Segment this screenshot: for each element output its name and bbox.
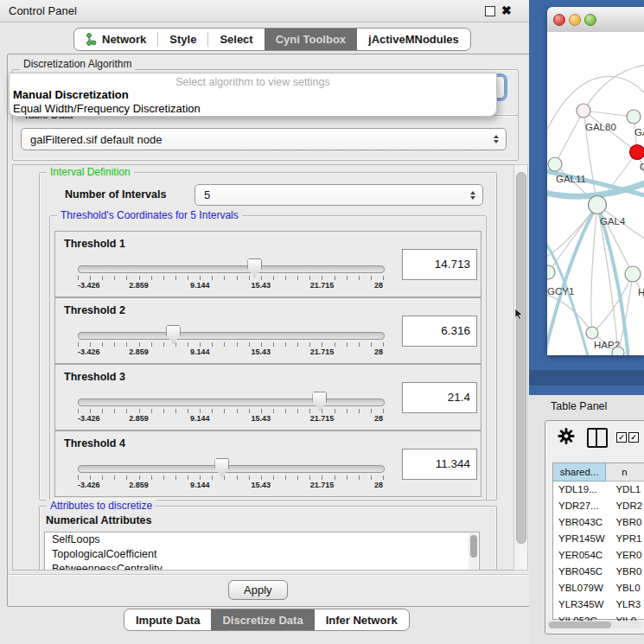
tab-network-label: Network — [102, 33, 146, 46]
network-node[interactable] — [548, 157, 562, 171]
table-row[interactable]: YPR145WYPR1 — [553, 531, 644, 547]
popup-option-equal-width[interactable]: Equal Width/Frequency Discretization — [13, 102, 201, 115]
slider-thumb[interactable] — [214, 458, 229, 477]
threshold-value-field[interactable]: 11.344 — [402, 449, 477, 480]
table-row[interactable]: YLR345WYLR3 — [553, 596, 644, 613]
column-header-shared-name[interactable]: shared... — [553, 463, 606, 481]
table-data-value: galFiltered.sif default node — [30, 133, 162, 146]
threshold-panel: Threshold 2-3.4262.8599.14415.4321.71528… — [54, 297, 481, 364]
network-node[interactable] — [577, 104, 590, 118]
float-window-icon[interactable] — [485, 6, 495, 16]
tab-network[interactable]: Network — [74, 29, 157, 50]
list-item[interactable]: TopologicalCoefficient — [45, 547, 479, 562]
network-node[interactable] — [589, 196, 607, 214]
slider-thumb[interactable] — [312, 392, 327, 411]
slider-track[interactable] — [78, 465, 385, 473]
table-row[interactable]: YDL19...YDL1 — [553, 481, 644, 498]
minimize-traffic-light[interactable] — [569, 14, 581, 26]
table-cell: YBL079W — [553, 580, 612, 596]
table-cell: YLR345W — [553, 596, 612, 613]
panel-title: Control Panel — [9, 4, 77, 17]
table-panel-title: Table Panel — [551, 400, 607, 412]
apply-separator — [8, 574, 528, 576]
tick-label: 15.43 — [252, 414, 271, 423]
popup-option-manual-discretization[interactable]: Manual Discretization — [13, 88, 129, 101]
checkbox-icon[interactable]: ✓ — [616, 432, 627, 443]
network-canvas[interactable]: GAL80GALCGAL11GAL4GCY1HHAP2 — [547, 32, 644, 355]
tick-label: 28 — [374, 348, 383, 356]
tab-select[interactable]: Select — [208, 29, 264, 50]
tick-label: 15.43 — [252, 348, 271, 356]
network-node[interactable] — [547, 265, 555, 279]
network-window[interactable]: GAL80GALCGAL11GAL4GCY1HHAP2 — [547, 7, 644, 355]
tab-impute-data[interactable]: Impute Data — [124, 609, 211, 630]
control-panel-tabbar: Network Style Select Cyni Toolbox jActiv… — [73, 28, 471, 51]
attributes-group-title: Attributes to discretize — [47, 500, 156, 512]
algorithm-dropdown-popup: Select algorithm to view settings Manual… — [9, 73, 497, 117]
network-node[interactable] — [627, 110, 641, 124]
scrollbar-thumb[interactable] — [549, 622, 611, 628]
tab-style[interactable]: Style — [158, 29, 207, 50]
tick-label: 9.144 — [190, 481, 210, 489]
scrollbar-thumb[interactable] — [516, 172, 526, 544]
tab-cyni-toolbox[interactable]: Cyni Toolbox — [265, 29, 357, 50]
node-table: shared... n YDL19...YDL1YDR27...YDR2YBR0… — [552, 462, 644, 620]
mouse-cursor — [514, 308, 524, 321]
popup-hint: Select algorithm to view settings — [10, 76, 496, 88]
list-item[interactable]: BetweennessCentrality — [45, 562, 479, 571]
checkbox-icon[interactable]: ✓ — [628, 432, 639, 443]
slider-thumb[interactable] — [166, 325, 181, 344]
zoom-traffic-light[interactable] — [584, 14, 596, 26]
column-header-name[interactable]: n — [606, 463, 644, 481]
thresholds-group-title: Threshold's Coordinates for 5 Intervals — [57, 209, 242, 221]
num-intervals-label: Number of Intervals — [65, 188, 166, 201]
table-header-row: shared... n — [553, 463, 644, 481]
table-cell: YBR0 — [612, 514, 644, 531]
table-row[interactable]: YBL079WYBL0 — [553, 580, 644, 596]
threshold-value-field[interactable]: 14.713 — [402, 249, 477, 280]
tick-label: 15.43 — [252, 281, 271, 290]
gear-icon[interactable] — [558, 427, 575, 445]
table-cell: YBR0 — [612, 564, 644, 580]
tick-label: 9.144 — [190, 414, 210, 423]
tab-jactivemnodules[interactable]: jActiveMNodules — [357, 29, 470, 50]
close-icon[interactable]: ✖ — [501, 3, 512, 17]
network-window-titlebar[interactable] — [547, 7, 644, 33]
tab-discretize-data[interactable]: Discretize Data — [211, 609, 314, 630]
table-row[interactable]: YDR27...YDR2 — [553, 498, 644, 514]
table-cell: YPR145W — [553, 531, 612, 547]
close-traffic-light[interactable] — [553, 14, 565, 26]
settings-vertical-scrollbar[interactable] — [513, 164, 528, 571]
num-intervals-combobox[interactable]: 5 — [194, 184, 483, 206]
threshold-panel: Threshold 1-3.4262.8599.14415.4321.71528… — [54, 231, 481, 297]
combo-arrows-icon — [494, 135, 499, 143]
table-data-combobox[interactable]: galFiltered.sif default node — [21, 128, 507, 150]
tab-infer-network[interactable]: Infer Network — [315, 609, 409, 630]
screen: Control Panel ✖ Network Style Select Cyn… — [0, 0, 644, 644]
network-node[interactable] — [586, 327, 598, 339]
table-cell: YBL0 — [612, 580, 644, 596]
slider-track[interactable] — [78, 332, 385, 340]
node-label: GAL4 — [600, 216, 626, 226]
network-node[interactable] — [630, 145, 644, 160]
list-item[interactable]: SelfLoops — [45, 532, 479, 547]
slider-track[interactable] — [78, 399, 385, 406]
table-row[interactable]: YER054CYER0 — [553, 547, 644, 564]
table-row[interactable]: YBR045CYBR0 — [553, 564, 644, 580]
node-label: GCY1 — [547, 286, 574, 296]
table-panel-box: ✓ ✓ shared... n YDL19...YDL1YDR27...YDR2… — [545, 420, 644, 634]
threshold-value-field[interactable]: 21.4 — [402, 382, 477, 413]
threshold-value-field[interactable]: 6.316 — [402, 316, 477, 347]
list-scrollbar[interactable] — [469, 533, 478, 570]
network-node[interactable] — [625, 266, 641, 282]
network-node[interactable] — [612, 347, 624, 355]
tick-label: 9.144 — [190, 281, 210, 290]
slider-track[interactable] — [78, 265, 385, 273]
threshold-label: Threshold 3 — [64, 371, 125, 383]
slider-thumb[interactable] — [247, 258, 262, 277]
table-horizontal-scrollbar[interactable] — [547, 621, 643, 628]
apply-button[interactable]: Apply — [228, 580, 288, 600]
columns-icon[interactable] — [587, 428, 608, 448]
table-row[interactable]: YBR043CYBR0 — [553, 514, 644, 531]
threshold-panel: Threshold 4-3.4262.8599.14415.4321.71528… — [54, 430, 481, 497]
